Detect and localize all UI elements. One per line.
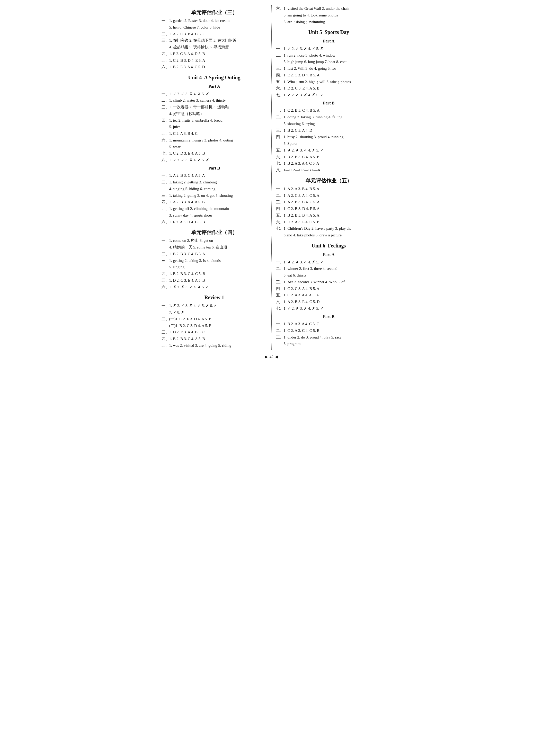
answer-line: 六、1. ✗ 2. ✗ 3. ✓ 4. ✗ 5. ✓ bbox=[162, 284, 267, 290]
answer-line: 二、1. B 2. B 3. C 4. B 5. A bbox=[162, 251, 267, 257]
answer-line: 七、1. ✓ 2. ✓ 3. ✗ 4. ✗ 5. ✓ bbox=[276, 92, 382, 98]
answer-line: 5. juice bbox=[162, 124, 267, 130]
answer-line: 五、1. Who；run 2. high；will 3. take；photos bbox=[276, 79, 382, 85]
answer-line: 4. 晴朗的一天 5. some tea 6. 在山顶 bbox=[162, 244, 267, 251]
answer-line: 二、1. C 2. A 3. C 4. C 5. B bbox=[276, 327, 382, 334]
unit-title-cn: 单元评估作业（五） bbox=[276, 176, 382, 185]
answer-line: 六、1. D 2. C 3. E 4. A 5. B bbox=[276, 85, 382, 92]
answer-line: 六、1. A 2. B 3. E 4. C 5. D bbox=[276, 299, 382, 305]
answer-section: 一、1. garden 2. Easter 3. door 4. ice cre… bbox=[162, 17, 267, 70]
answer-section: 一、1. ✗ 2. ✗ 3. ✓ 4. ✗ 5. ✓二、1. winner 2.… bbox=[276, 259, 382, 312]
answer-line: (二)1. B 2. C 3. D 4. A 5. E bbox=[162, 323, 267, 329]
answer-line: 三、1. A 2. B 3. C 4. C 5. A bbox=[276, 199, 382, 205]
answer-section: 一、1. A 2. A 3. B 4. B 5. A二、1. A 2. C 3.… bbox=[276, 186, 382, 238]
answer-line: 一、1. garden 2. Easter 3. door 4. ice cre… bbox=[162, 17, 267, 24]
answer-line: 4. singing 5. hiding 6. coming bbox=[162, 186, 267, 192]
answer-line: 二、1. winner 2. first 3. three 4. second bbox=[276, 265, 382, 272]
unit-title-text: Unit 5 Sports Day bbox=[308, 29, 349, 35]
answer-line: 五、1. D 2. C 3. E 4. A 5. B bbox=[162, 277, 267, 284]
part-title-text: Part B bbox=[209, 166, 220, 170]
arrow-left-icon: ◀ bbox=[275, 354, 278, 360]
answer-line: 5. singing bbox=[162, 264, 267, 270]
answer-line: 五、1. ✗ 2. ✗ 3. ✓ 4. ✗ 5. ✓ bbox=[276, 147, 382, 154]
answer-line: 6. program bbox=[276, 341, 382, 347]
answer-line: 7. ✓ 8. ✗ bbox=[162, 309, 267, 316]
answer-line: 5. high jump 6. long jump 7. boat 8. coa… bbox=[276, 59, 382, 65]
answer-line: 三、1. Are 2. second 3. winner 4. Who 5. o… bbox=[276, 279, 382, 285]
answer-line: 三、1. B 2. C 3. A 4. D bbox=[276, 127, 382, 134]
right-column: 六、1. visited the Great Wall 2. under the… bbox=[272, 5, 385, 350]
unit-title: Unit 5 Sports Day bbox=[276, 28, 382, 36]
unit-title-cn-text: 单元评估作业（三） bbox=[191, 10, 237, 15]
answer-line: 一、1. A 2. B 3. C 4. A 5. A bbox=[162, 172, 267, 179]
answer-line: 四、1. tea 2. fruits 3. umbrella 4. bread bbox=[162, 117, 267, 124]
answer-line: 五、1. C 2. A 3. B 4. C bbox=[162, 130, 267, 137]
answer-line: 六、1. mountain 2. hungry 3. photos 4. out… bbox=[162, 137, 267, 144]
answer-line: 二、1. run 2. nose 3. photo 4. window bbox=[276, 52, 382, 59]
answer-line: 四、1. E 2. C 3. A 4. D 5. B bbox=[162, 51, 267, 57]
answer-line: 六、1. D 2. A 3. E 4. C 5. B bbox=[276, 219, 382, 225]
answer-line: 一、1. ✗ 2. ✓ 3. ✗ 4. ✓ 5. ✗ 6. ✓ bbox=[162, 303, 267, 309]
answer-line: 二、1. A 2. C 3. B 4. C 5. C bbox=[162, 31, 267, 37]
unit-title: Unit 6 Feelings bbox=[276, 242, 382, 250]
part-title-text: Part B bbox=[323, 314, 335, 319]
answer-section: 一、1. ✗ 2. ✓ 3. ✗ 4. ✓ 5. ✗ 6. ✓ 7. ✓ 8. … bbox=[162, 303, 267, 349]
answer-line: 二、1. taking 2. getting 3. climbing bbox=[162, 179, 267, 185]
answer-line: 五、1. C 2. B 3. D 4. E 5. A bbox=[162, 57, 267, 64]
answer-line: 5. are；doing；swimming bbox=[276, 19, 382, 25]
answer-line: 四、1. busy 2. shouting 3. proud 4. runnin… bbox=[276, 134, 382, 140]
unit-title-text: Unit 6 Feelings bbox=[312, 243, 346, 248]
main-page: 单元评估作业（三）一、1. garden 2. Easter 3. door 4… bbox=[158, 5, 385, 350]
answer-line: 3. am going to 4. took some photos bbox=[276, 12, 382, 19]
answer-line: 六、1. E 2. A 3. D 4. C 5. B bbox=[162, 219, 267, 225]
answer-line: piano 4. take photos 5. draw a picture bbox=[276, 232, 382, 238]
answer-line: 二、(一)1. C 2. E 3. D 4. A 5. B bbox=[162, 316, 267, 322]
answer-line: 5. wear bbox=[162, 144, 267, 150]
part-title-text: Part B bbox=[323, 101, 335, 105]
answer-line: 五、1. getting off 2. climbing the mountai… bbox=[162, 206, 267, 212]
answer-line: 七、1. B 2. A 3. A 4. C 5. A bbox=[276, 160, 382, 167]
answer-line: 三、1. 一次春游 2. 带一部相机 3. 运动鞋 bbox=[162, 104, 267, 110]
left-column: 单元评估作业（三）一、1. garden 2. Easter 3. door 4… bbox=[158, 5, 272, 350]
answer-line: 4. 好主意（抄写略） bbox=[162, 111, 267, 117]
page-number: 42 bbox=[270, 354, 273, 360]
answer-line: 3. sunny day 4. sports shoes bbox=[162, 212, 267, 219]
answer-line: 四、1. C 2. C 3. A 4. B 5. A bbox=[276, 286, 382, 292]
unit-title-cn-text: 单元评估作业（五） bbox=[306, 178, 352, 183]
unit-title: Review 1 bbox=[162, 293, 267, 301]
answer-line: 七、1. C 2. D 3. E 4. A 5. B bbox=[162, 150, 267, 157]
part-title: Part A bbox=[276, 38, 382, 45]
answer-section: 一、1. ✓ 2. ✓ 3. ✗ 4. ✓ 5. ✗二、1. run 2. no… bbox=[276, 46, 382, 98]
answer-line: 二、1. climb 2. water 3. camera 4. thirsty bbox=[162, 97, 267, 104]
answer-line: 5. Sports bbox=[276, 140, 382, 147]
answer-line: 一、1. come on 2. 爬山 3. get on bbox=[162, 237, 267, 244]
answer-line: 六、1. visited the Great Wall 2. under the… bbox=[276, 5, 382, 12]
answer-section: 一、1. A 2. B 3. C 4. A 5. A二、1. taking 2.… bbox=[162, 172, 267, 225]
unit-title-text: Unit 4 A Spring Outing bbox=[188, 75, 241, 80]
answer-line: 一、1. ✓ 2. ✓ 3. ✗ 4. ✓ 5. ✗ bbox=[276, 46, 382, 52]
page-footer: ▶ 42 ◀ bbox=[158, 354, 385, 360]
answer-section: 六、1. visited the Great Wall 2. under the… bbox=[276, 5, 382, 25]
answer-line: 七、1. Children's Day 2. have a party 3. p… bbox=[276, 225, 382, 232]
answer-line: 三、1. D 2. E 3. A 4. B 5. C bbox=[162, 329, 267, 335]
unit-title: Unit 4 A Spring Outing bbox=[162, 73, 267, 82]
answer-line: 一、1. A 2. A 3. B 4. B 5. A bbox=[276, 186, 382, 192]
answer-line: 六、1. B 2. E 3. A 4. C 5. D bbox=[162, 64, 267, 70]
answer-line: 七、1. ✓ 2. ✗ 3. ✗ 4. ✗ 5. ✓ bbox=[276, 305, 382, 312]
answer-section: 一、1. ✓ 2. ✓ 3. ✗ 4. ✗ 5. ✗二、1. climb 2. … bbox=[162, 91, 267, 163]
part-title: Part B bbox=[162, 165, 267, 172]
answer-line: 五、1. was 2. visited 3. are 4. going 5. r… bbox=[162, 342, 267, 349]
part-title: Part B bbox=[276, 100, 382, 106]
answer-line: 三、1. taking 2. going 3. on 4. got 5. sho… bbox=[162, 192, 267, 199]
answer-line: 四、1. B 2. B 3. C 4. A 5. B bbox=[162, 336, 267, 342]
answer-line: 五、1. C 2. A 3. A 4. A 5. A bbox=[276, 292, 382, 298]
part-title-text: Part A bbox=[323, 39, 335, 43]
part-title: Part B bbox=[276, 313, 382, 320]
answer-section: 一、1. come on 2. 爬山 3. get on 4. 晴朗的一天 5.… bbox=[162, 237, 267, 290]
answer-line: 三、1. 在门旁边 2. 在母鸡下面 3. 在大门附近 bbox=[162, 37, 267, 44]
unit-title-text: Review 1 bbox=[204, 295, 224, 300]
answer-line: 四、1. B 2. B 3. C 4. C 5. B bbox=[162, 271, 267, 277]
answer-line: 二、1. A 2. C 3. A 4. C 5. A bbox=[276, 192, 382, 199]
unit-title-cn: 单元评估作业（三） bbox=[162, 8, 267, 16]
unit-title-cn: 单元评估作业（四） bbox=[162, 228, 267, 236]
